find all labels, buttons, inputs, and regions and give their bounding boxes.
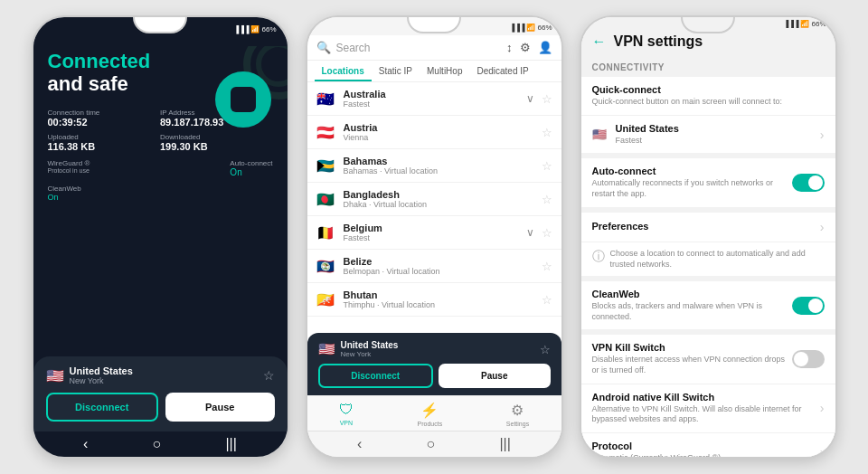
phone2-body: 🔍 Search ↕ ⚙ 👤 Locations Static IP Multi… bbox=[307, 35, 561, 431]
connection-time-label: Connection time bbox=[48, 109, 161, 117]
android-kill-switch-title: Android native Kill Switch bbox=[592, 392, 815, 403]
tab-multihop[interactable]: MultiHop bbox=[420, 61, 469, 81]
signal-icon: ▐▐▐ bbox=[233, 25, 249, 33]
phone2-pause-button[interactable]: Pause bbox=[439, 364, 551, 388]
kill-switch-info: VPN Kill Switch Disables internet access… bbox=[592, 342, 787, 375]
products-nav-label: Products bbox=[418, 421, 443, 427]
preferences-chevron: › bbox=[820, 220, 825, 234]
signal-icon3: ▐▐▐ bbox=[783, 20, 798, 28]
location-sub-au: Fastest bbox=[344, 100, 526, 109]
android-kill-switch-row[interactable]: Android native Kill Switch Alternative t… bbox=[581, 384, 835, 433]
nav-products[interactable]: ⚡ Products bbox=[418, 402, 443, 427]
protocol-row[interactable]: Protocol Automatic (Currently: WireGuard… bbox=[581, 433, 835, 459]
flag-bz: 🇧🇿 bbox=[316, 258, 336, 275]
preferences-info: Preferences bbox=[592, 221, 815, 233]
cleanweb-toggle[interactable] bbox=[792, 297, 825, 315]
back-button[interactable]: ‹ bbox=[83, 436, 88, 452]
tab-locations[interactable]: Locations bbox=[315, 61, 372, 81]
tab-static-ip[interactable]: Static IP bbox=[372, 61, 420, 81]
products-nav-icon: ⚡ bbox=[420, 402, 439, 419]
phone2-location-list: 🇦🇺 Australia Fastest ∨ ☆ 🇦🇹 Austria Vien… bbox=[307, 82, 561, 333]
quick-connect-value-row[interactable]: 🇺🇸 United States Fastest › bbox=[581, 116, 835, 154]
back-button3[interactable]: ← bbox=[592, 33, 607, 50]
protocol-sub: Automatic (Currently: WireGuard ®) bbox=[592, 453, 815, 459]
nav-settings[interactable]: ⚙ Settings bbox=[506, 402, 529, 427]
auto-connect-toggle[interactable] bbox=[792, 174, 825, 192]
expand-icon-be[interactable]: ∨ bbox=[526, 226, 534, 239]
kill-switch-toggle[interactable] bbox=[792, 350, 825, 368]
flag-at: 🇦🇹 bbox=[316, 124, 336, 141]
favorite-icon-au[interactable]: ☆ bbox=[542, 92, 552, 106]
list-item[interactable]: 🇧🇪 Belgium Fastest ∨ ☆ bbox=[307, 216, 561, 250]
settings-nav-label: Settings bbox=[506, 421, 529, 427]
phone2-loc-name: United States bbox=[341, 340, 399, 350]
home-button2[interactable]: ○ bbox=[427, 436, 436, 452]
list-item[interactable]: 🇦🇺 Australia Fastest ∨ ☆ bbox=[307, 82, 561, 116]
favorite-icon-bd[interactable]: ☆ bbox=[542, 193, 552, 206]
expand-icon-au[interactable]: ∨ bbox=[526, 92, 534, 105]
phone2-loc-star[interactable]: ☆ bbox=[540, 343, 551, 356]
nav-vpn[interactable]: 🛡 VPN bbox=[339, 402, 354, 427]
person-icon[interactable]: 👤 bbox=[538, 41, 552, 54]
list-item[interactable]: 🇧🇹 Bhutan Thimphu · Virtual location ☆ bbox=[307, 283, 561, 317]
cleanweb-card: CleanWeb Blocks ads, trackers and malwar… bbox=[581, 281, 835, 329]
back-button2[interactable]: ‹ bbox=[357, 436, 362, 452]
recents-button[interactable]: ||| bbox=[225, 436, 236, 452]
kill-switch-row: VPN Kill Switch Disables internet access… bbox=[581, 335, 835, 384]
info-icon: ⓘ bbox=[592, 249, 605, 265]
phone1-disconnect-button[interactable]: Disconnect bbox=[46, 393, 159, 422]
recents-button2[interactable]: ||| bbox=[499, 436, 510, 452]
quick-connect-card: Quick-connect Quick-connect button on ma… bbox=[581, 77, 835, 153]
preferences-hint: ⓘ Choose a location to connect to automa… bbox=[581, 242, 835, 276]
page-title: VPN settings bbox=[614, 33, 703, 50]
phone2: ▐▐▐ 📶 66% 🔍 Search ↕ ⚙ 👤 Locations Stati… bbox=[306, 15, 563, 459]
location-name-bt: Bhutan bbox=[344, 289, 542, 300]
location-sub-bd: Dhaka · Virtual location bbox=[344, 200, 542, 209]
favorite-icon-bt[interactable]: ☆ bbox=[542, 293, 552, 307]
favorite-icon-be[interactable]: ☆ bbox=[542, 226, 552, 240]
location-name-bs: Bahamas bbox=[344, 156, 542, 166]
vpn-icon-circle bbox=[215, 71, 271, 128]
favorite-icon-bz[interactable]: ☆ bbox=[542, 260, 552, 273]
signal-icon2: ▐▐▐ bbox=[509, 24, 524, 32]
autoconnect-value: On bbox=[230, 167, 272, 177]
auto-connect-info: Auto-connect Automatically reconnects if… bbox=[592, 166, 787, 199]
location-sub-be: Fastest bbox=[344, 233, 526, 242]
preferences-hint-text: Choose a location to connect to automati… bbox=[610, 248, 825, 270]
phone1-pause-button[interactable]: Pause bbox=[165, 393, 275, 422]
location-info-au: Australia Fastest bbox=[344, 89, 526, 109]
connected-title: Connected bbox=[48, 50, 273, 72]
preferences-row[interactable]: Preferences › bbox=[581, 213, 835, 242]
flag-au: 🇦🇺 bbox=[316, 90, 336, 108]
cleanweb-title: CleanWeb bbox=[592, 289, 787, 299]
list-item[interactable]: 🇧🇩 Bangladesh Dhaka · Virtual location ☆ bbox=[307, 183, 561, 216]
list-item[interactable]: 🇧🇸 Bahamas Bahamas · Virtual location ☆ bbox=[307, 149, 561, 183]
favorite-icon-bs[interactable]: ☆ bbox=[542, 159, 552, 173]
phone1-favorite-icon[interactable]: ☆ bbox=[263, 368, 275, 383]
location-info-bz: Belize Belmopan · Virtual location bbox=[344, 256, 542, 276]
protocol-info: Protocol Automatic (Currently: WireGuard… bbox=[592, 441, 815, 459]
phone2-action-buttons: Disconnect Pause bbox=[318, 364, 551, 388]
quick-connect-title: Quick-connect bbox=[592, 84, 825, 95]
phone2-disconnect-button[interactable]: Disconnect bbox=[318, 364, 434, 388]
list-item[interactable]: 🇧🇿 Belize Belmopan · Virtual location ☆ bbox=[307, 250, 561, 283]
preferences-title: Preferences bbox=[592, 221, 815, 232]
settings-nav-icon: ⚙ bbox=[511, 402, 524, 419]
phone3: ▐▐▐ 📶 66% ← VPN settings Connectivity Qu… bbox=[580, 15, 837, 459]
quick-connect-row[interactable]: Quick-connect Quick-connect button on ma… bbox=[581, 77, 835, 116]
settings-icon[interactable]: ⚙ bbox=[520, 41, 531, 54]
tab-dedicated-ip[interactable]: Dedicated IP bbox=[469, 61, 535, 81]
location-actions-bd: ☆ bbox=[542, 193, 552, 206]
list-item[interactable]: 🇦🇹 Austria Vienna ☆ bbox=[307, 116, 561, 149]
phone1-bottom-bar: 🇺🇸 United States New York ☆ Disconnect P… bbox=[33, 356, 288, 431]
location-sub-bt: Thimphu · Virtual location bbox=[344, 300, 542, 309]
cleanweb-value: On bbox=[48, 193, 59, 202]
search-input[interactable]: Search bbox=[336, 42, 502, 54]
phone1-action-buttons: Disconnect Pause bbox=[46, 393, 275, 422]
sort-icon[interactable]: ↕ bbox=[506, 41, 513, 54]
favorite-icon-at[interactable]: ☆ bbox=[542, 126, 552, 139]
flag-bd: 🇧🇩 bbox=[316, 191, 336, 208]
home-button[interactable]: ○ bbox=[153, 436, 162, 452]
flag-bt: 🇧🇹 bbox=[316, 291, 336, 308]
downloaded-label: Downloaded bbox=[160, 133, 273, 141]
